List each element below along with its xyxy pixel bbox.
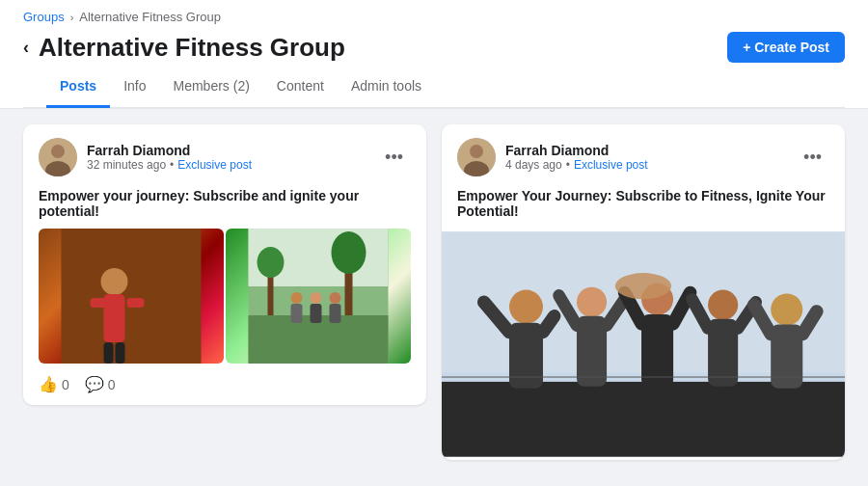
svg-rect-4 xyxy=(62,229,202,364)
breadcrumb-current: Alternative Fitness Group xyxy=(79,10,221,24)
svg-point-25 xyxy=(470,145,483,158)
like-icon-1: 👍 xyxy=(39,375,58,393)
breadcrumb-groups-link[interactable]: Groups xyxy=(23,10,65,24)
svg-point-46 xyxy=(771,294,802,326)
svg-rect-21 xyxy=(311,304,322,323)
svg-point-50 xyxy=(615,273,671,299)
svg-point-5 xyxy=(101,268,128,295)
tab-posts[interactable]: Posts xyxy=(46,67,110,108)
exclusive-label-1[interactable]: Exclusive post xyxy=(177,158,252,172)
author-name-2: Farrah Diamond xyxy=(505,143,648,158)
post-author-1: Farrah Diamond 32 minutes ago • Exclusiv… xyxy=(39,138,252,176)
svg-point-20 xyxy=(311,292,322,304)
tab-admin-tools[interactable]: Admin tools xyxy=(338,67,435,108)
svg-point-15 xyxy=(332,231,366,274)
post-image-boxing xyxy=(39,229,224,364)
more-options-2[interactable]: ••• xyxy=(796,144,829,172)
avatar-1 xyxy=(39,138,77,176)
post-author-2: Farrah Diamond 4 days ago • Exclusive po… xyxy=(457,138,648,176)
svg-rect-9 xyxy=(104,342,114,364)
svg-rect-29 xyxy=(442,382,845,457)
post-image-outdoor xyxy=(226,229,411,364)
svg-point-1 xyxy=(51,145,65,158)
post-header-2: Farrah Diamond 4 days ago • Exclusive po… xyxy=(442,124,845,184)
svg-rect-10 xyxy=(116,342,125,364)
svg-point-42 xyxy=(708,290,738,320)
post-image-team xyxy=(442,229,845,460)
svg-rect-19 xyxy=(291,304,303,323)
post-title-2: Empower Your Journey: Subscribe to Fitne… xyxy=(442,184,845,229)
more-options-1[interactable]: ••• xyxy=(377,144,411,172)
tab-members[interactable]: Members (2) xyxy=(159,67,262,108)
svg-rect-7 xyxy=(91,298,108,308)
exclusive-label-2[interactable]: Exclusive post xyxy=(574,158,648,172)
svg-point-18 xyxy=(291,292,303,304)
back-button[interactable]: ‹ xyxy=(23,38,29,58)
post-actions-1: 👍 0 💬 0 xyxy=(23,364,426,405)
breadcrumb-separator: › xyxy=(70,12,74,23)
post-title-1: Empower your journey: Subscribe and igni… xyxy=(23,184,426,229)
svg-rect-8 xyxy=(127,298,145,308)
create-post-button[interactable]: + Create Post xyxy=(727,32,845,63)
post-meta-2: 4 days ago • Exclusive post xyxy=(505,158,648,172)
svg-point-17 xyxy=(258,247,285,278)
svg-line-33 xyxy=(543,316,555,333)
avatar-2 xyxy=(457,138,496,176)
post-card-1: Farrah Diamond 32 minutes ago • Exclusiv… xyxy=(23,124,426,405)
tab-content[interactable]: Content xyxy=(263,67,338,108)
post-card-2: Farrah Diamond 4 days ago • Exclusive po… xyxy=(442,124,845,460)
svg-point-30 xyxy=(509,290,543,324)
breadcrumb: Groups › Alternative Fitness Group xyxy=(23,0,845,24)
like-button-1[interactable]: 👍 0 xyxy=(39,375,69,393)
tabs-nav: Posts Info Members (2) Content Admin too… xyxy=(23,67,845,108)
comment-icon-1: 💬 xyxy=(85,375,104,393)
post-images-1 xyxy=(23,229,426,364)
svg-point-34 xyxy=(577,287,607,317)
post-header-1: Farrah Diamond 32 minutes ago • Exclusiv… xyxy=(23,124,426,184)
svg-rect-23 xyxy=(330,304,341,323)
tab-info[interactable]: Info xyxy=(110,67,159,108)
svg-point-22 xyxy=(330,292,341,304)
posts-area: Farrah Diamond 32 minutes ago • Exclusiv… xyxy=(0,109,868,475)
page-title: Alternative Fitness Group xyxy=(39,33,345,63)
author-name-1: Farrah Diamond xyxy=(87,143,252,158)
comment-button-1[interactable]: 💬 0 xyxy=(85,375,116,393)
post-meta-1: 32 minutes ago • Exclusive post xyxy=(87,158,252,172)
